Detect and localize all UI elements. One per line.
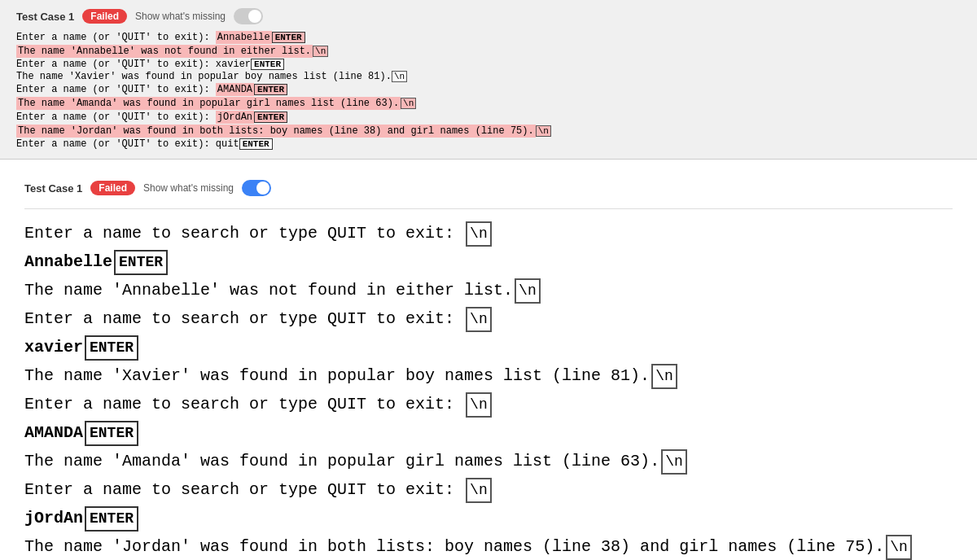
compact-enter-3: ENTER [251,59,284,70]
compact-newline-4: \n [392,71,407,82]
exp-newline-10: \n [466,478,492,503]
exp-line-7: Enter a name to search or type QUIT to e… [24,392,953,418]
exp-text-10: Enter a name to search or type QUIT to e… [24,478,464,502]
exp-line-5: xavier ENTER [24,335,953,361]
bottom-show-missing-label: Show what's missing [143,182,234,194]
bottom-toggle[interactable] [242,180,271,196]
top-toggle-thumb [248,10,261,23]
compact-line-8: The name 'Jordan' was found in both list… [16,125,961,138]
exp-line-2: Annabelle ENTER [24,250,953,275]
exp-line-3: The name 'Annabelle' was not found in ei… [24,278,953,304]
bottom-toggle-thumb [256,182,269,195]
compact-enter-7: ENTER [254,112,287,123]
bottom-badge-failed: Failed [90,181,135,195]
compact-enter-5: ENTER [254,84,287,95]
exp-line-4: Enter a name to search or type QUIT to e… [24,307,953,332]
exp-enter-8: ENTER [85,421,138,446]
compact-line-4: The name 'Xavier' was found in popular b… [16,71,961,82]
exp-newline-7: \n [466,392,492,418]
compact-enter-9: ENTER [239,138,273,150]
exp-enter-5: ENTER [85,335,138,361]
exp-text-7: Enter a name to search or type QUIT to e… [24,392,464,417]
top-panel: Test Case 1 Failed Show what's missing E… [0,0,977,160]
compact-enter-1: ENTER [272,32,305,43]
exp-text-6: The name 'Xavier' was found in popular b… [24,364,650,388]
exp-newline-6: \n [651,364,677,389]
exp-text-5: xavier [24,335,83,360]
exp-text-1: Enter a name to search or type QUIT to e… [24,221,464,246]
compact-output: Enter a name (or 'QUIT' to exit): Annabe… [0,31,977,150]
compact-text-4a: The name 'Xavier' was found in popular b… [16,71,392,82]
exp-newline-1: \n [466,221,492,247]
exp-text-9: The name 'Amanda' was found in popular g… [24,449,659,474]
compact-text-2a: The name 'Annabelle' was not found in ei… [16,45,313,58]
exp-enter-2: ENTER [114,250,168,275]
exp-newline-9: \n [661,449,687,475]
compact-text-3a: Enter a name (or 'QUIT' to exit): xavier [16,59,251,70]
compact-line-1: Enter a name (or 'QUIT' to exit): Annabe… [16,31,961,44]
exp-text-12: The name 'Jordan' was found in both list… [24,535,884,559]
compact-line-7: Enter a name (or 'QUIT' to exit): jOrdAn… [16,111,961,124]
compact-text-8a: The name 'Jordan' was found in both list… [16,125,536,138]
exp-text-11: jOrdAn [24,506,83,531]
exp-newline-4: \n [466,307,492,332]
compact-newline-2: \n [313,46,328,57]
top-test-header: Test Case 1 Failed Show what's missing [0,8,977,31]
top-badge-failed: Failed [82,9,127,24]
compact-line-9: Enter a name (or 'QUIT' to exit): quit E… [16,138,961,150]
exp-line-11: jOrdAn ENTER [24,506,953,532]
exp-text-8: AMANDA [24,421,83,445]
exp-text-2: Annabelle [24,250,112,274]
compact-text-5b: AMANDA [216,83,254,96]
compact-text-1a: Enter a name (or 'QUIT' to exit): [16,32,216,43]
expanded-output: Enter a name to search or type QUIT to e… [24,221,953,560]
exp-line-12: The name 'Jordan' was found in both list… [24,535,953,560]
compact-text-6a: The name 'Amanda' was found in popular g… [16,97,401,110]
exp-newline-3: \n [515,278,541,304]
compact-line-3: Enter a name (or 'QUIT' to exit): xavier… [16,59,961,70]
compact-line-6: The name 'Amanda' was found in popular g… [16,97,961,110]
compact-text-1b: Annabelle [216,31,272,44]
bottom-test-label: Test Case 1 [24,182,82,195]
exp-text-3: The name 'Annabelle' was not found in ei… [24,278,513,303]
exp-line-9: The name 'Amanda' was found in popular g… [24,449,953,475]
compact-line-5: Enter a name (or 'QUIT' to exit): AMANDA… [16,83,961,96]
top-toggle[interactable] [234,8,263,24]
compact-line-2: The name 'Annabelle' was not found in ei… [16,45,961,58]
exp-line-8: AMANDA ENTER [24,421,953,446]
top-test-label: Test Case 1 [16,11,74,23]
compact-newline-6: \n [401,98,416,109]
compact-text-7b: jOrdAn [216,111,254,124]
top-toggle-track [234,8,263,24]
compact-text-5a: Enter a name (or 'QUIT' to exit): [16,84,216,95]
exp-line-6: The name 'Xavier' was found in popular b… [24,364,953,389]
compact-text-9a: Enter a name (or 'QUIT' to exit): quit [16,138,239,150]
top-show-missing-label: Show what's missing [135,11,226,22]
exp-line-10: Enter a name to search or type QUIT to e… [24,478,953,503]
exp-enter-11: ENTER [85,506,138,532]
exp-newline-12: \n [886,535,912,560]
compact-newline-8: \n [536,125,551,137]
exp-text-4: Enter a name to search or type QUIT to e… [24,307,464,331]
compact-text-7a: Enter a name (or 'QUIT' to exit): [16,112,216,123]
exp-line-1: Enter a name to search or type QUIT to e… [24,221,953,247]
bottom-toggle-track [242,180,271,196]
bottom-test-header: Test Case 1 Failed Show what's missing [24,172,953,209]
bottom-panel: Test Case 1 Failed Show what's missing E… [0,160,977,560]
